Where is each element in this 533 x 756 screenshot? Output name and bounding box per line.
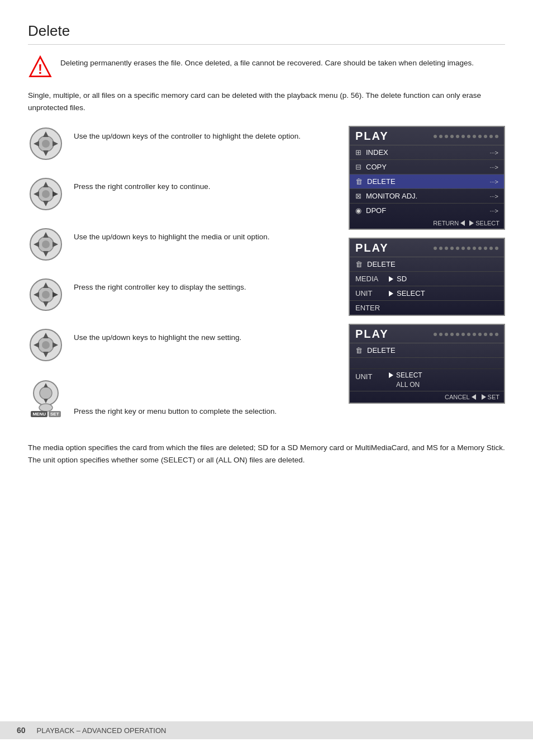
warning-box: ! Deleting permanently erases the file. …	[28, 55, 505, 79]
delete-icon-2: 🗑	[355, 260, 363, 268]
set-arrow-icon	[482, 394, 486, 400]
step-text-6: Press the right key or menu button to co…	[74, 401, 277, 418]
svg-point-18	[42, 240, 50, 248]
select-arrow-icon	[469, 220, 474, 226]
steps-left: Use the up/down keys of the controller t…	[28, 126, 349, 432]
svg-point-25	[42, 291, 50, 299]
menu-screen-2: PLAY 🗑 DELETE MEDIA	[349, 238, 505, 316]
return-arrow-icon	[460, 220, 465, 226]
index-label: INDEX	[366, 148, 485, 157]
dpof-icon: ◉	[355, 206, 361, 215]
delete-label-1: DELETE	[367, 177, 485, 186]
delete-icon-3: 🗑	[355, 346, 363, 355]
controller-icon-4	[28, 277, 64, 313]
index-arrow: ···>	[489, 149, 498, 156]
menu-title-2: PLAY	[355, 242, 389, 254]
menu-title-1: PLAY	[355, 130, 389, 143]
set-btn: SET	[482, 394, 499, 400]
svg-point-11	[42, 190, 50, 198]
delete-row-2: 🗑 DELETE	[350, 257, 504, 272]
menu-item-copy: ⊟ COPY ···>	[350, 160, 504, 174]
menu-dots-3	[434, 333, 498, 336]
svg-text:!: !	[38, 62, 42, 77]
enter-row: ENTER	[350, 301, 504, 315]
unit-allon-label: ALL ON	[396, 381, 420, 389]
page-number: 60	[17, 726, 26, 735]
step-text-4: Press the right controller key to displa…	[74, 277, 246, 294]
menu-label: MENU	[31, 411, 47, 417]
footer-label: PLAYBACK – ADVANCED OPERATION	[37, 726, 166, 735]
controller-icon-6	[28, 377, 64, 413]
step-row-2: Press the right controller key to contin…	[28, 176, 337, 212]
menu-dots-2	[434, 247, 498, 250]
media-value: SD	[389, 275, 407, 283]
copy-arrow: ···>	[489, 164, 498, 171]
step-text-2: Press the right controller key to contin…	[74, 176, 211, 193]
dpof-arrow: ···>	[489, 207, 498, 214]
svg-point-41	[39, 404, 53, 412]
unit-arrow-icon	[389, 291, 393, 296]
menu-item-dpof: ◉ DPOF ···>	[350, 204, 504, 218]
page-footer: 60 PLAYBACK – ADVANCED OPERATION	[0, 721, 533, 739]
monitor-label: MONITOR ADJ.	[366, 192, 485, 200]
cancel-set-footer: CANCEL SET	[350, 391, 504, 403]
unit-select-label: SELECT	[396, 371, 422, 379]
index-icon: ⊞	[355, 148, 361, 157]
menu-screen-3: PLAY 🗑 DELETE UNIT	[349, 324, 505, 404]
warning-text: Deleting permanently erases the file. On…	[60, 55, 474, 69]
menu-screen-1: PLAY ⊞ INDEX ···> ⊟ C	[349, 126, 505, 230]
steps-section: Use the up/down keys of the controller t…	[28, 126, 505, 432]
svg-point-32	[42, 341, 50, 349]
controller-icon-2	[28, 176, 64, 212]
menu-dots-1	[434, 135, 498, 138]
unit-options-label: UNIT	[355, 371, 389, 381]
monitor-arrow: ···>	[489, 193, 498, 200]
menu-footer-1: RETURN SELECT	[350, 218, 504, 229]
menu-item-monitor: ⊠ MONITOR ADJ. ···>	[350, 189, 504, 204]
controller-icon-3	[28, 226, 64, 262]
select-btn: SELECT	[469, 220, 499, 226]
unit-options-row: UNIT SELECT ALL ON	[350, 369, 504, 391]
step-row-5: Use the up/down keys to highlight the ne…	[28, 327, 337, 363]
menu-screen-1-header: PLAY	[350, 127, 504, 145]
controller-icon-1	[28, 126, 64, 162]
copy-label: COPY	[366, 163, 485, 171]
menu-screens-column: PLAY ⊞ INDEX ···> ⊟ C	[349, 126, 505, 432]
bottom-caption: The media option specifies the card from…	[28, 442, 505, 466]
delete-arrow: ···>	[489, 178, 498, 185]
svg-point-4	[42, 140, 50, 148]
cancel-btn: CANCEL	[445, 394, 476, 400]
unit-value: SELECT	[389, 289, 425, 297]
set-label: SET	[49, 411, 61, 417]
step-row-4: Press the right controller key to displa…	[28, 277, 337, 313]
step-text-3: Use the up/down keys to highlight the me…	[74, 226, 269, 243]
controller-icon-5	[28, 327, 64, 363]
menu-item-index: ⊞ INDEX ···>	[350, 145, 504, 160]
step-text-5: Use the up/down keys to highlight the ne…	[74, 327, 241, 344]
svg-point-38	[40, 387, 52, 399]
unit-options-values: SELECT ALL ON	[389, 371, 422, 389]
delete-icon-1: 🗑	[355, 177, 363, 186]
media-arrow-icon	[389, 276, 393, 282]
menu-item-delete: 🗑 DELETE ···>	[350, 174, 504, 189]
unit-row: UNIT SELECT	[350, 286, 504, 301]
delete-label-2: DELETE	[367, 260, 396, 268]
step-row-6: MENU SET Press the right key or menu but…	[28, 377, 337, 417]
warning-icon: !	[28, 55, 53, 79]
delete-row-3: 🗑 DELETE	[350, 343, 504, 358]
delete-label-3: DELETE	[367, 346, 396, 355]
return-btn: RETURN	[433, 220, 465, 226]
page-title: Delete	[28, 22, 505, 45]
unit-option-select: SELECT	[389, 371, 422, 379]
step-text-1: Use the up/down keys of the controller t…	[74, 126, 301, 143]
unit-option-allon: ALL ON	[389, 381, 422, 389]
media-row: MEDIA SD	[350, 272, 504, 286]
unit-label: UNIT	[355, 289, 389, 297]
step-row-1: Use the up/down keys of the controller t…	[28, 126, 337, 162]
step-row-3: Use the up/down keys to highlight the me…	[28, 226, 337, 262]
monitor-icon: ⊠	[355, 192, 361, 200]
cancel-arrow-icon	[472, 394, 476, 400]
menu-screen-2-header: PLAY	[350, 239, 504, 257]
intro-text: Single, multiple, or all files on a spec…	[28, 89, 505, 114]
select-arrow-icon-3	[389, 372, 393, 378]
